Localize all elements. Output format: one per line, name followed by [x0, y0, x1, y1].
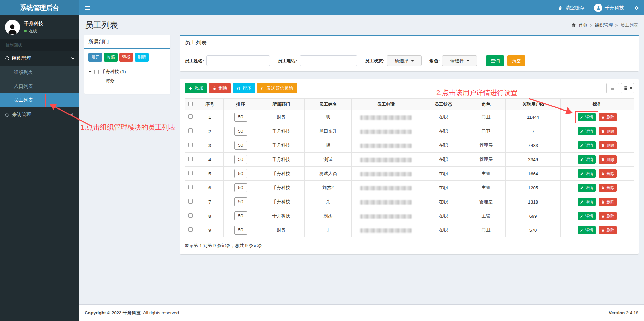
sort-order-input[interactable]: 50 — [234, 113, 247, 122]
list-view-button[interactable] — [606, 83, 619, 93]
sort-order-input[interactable]: 50 — [234, 155, 247, 164]
row-checkbox[interactable] — [188, 157, 193, 161]
cell-department: 千舟科技 — [258, 167, 305, 181]
detail-button[interactable]: 详情 — [578, 155, 596, 164]
tree-refresh-button[interactable]: 刷新 — [135, 53, 149, 62]
sidebar-item-org-list[interactable]: 组织列表 — [0, 66, 79, 80]
row-delete-button[interactable]: 删除 — [599, 155, 617, 164]
detail-button[interactable]: 详情 — [578, 141, 596, 149]
cell-employee-name: 测试 — [305, 153, 352, 167]
tree-node-child[interactable]: 财务 — [88, 76, 166, 85]
breadcrumb-org[interactable]: 组织管理 — [595, 22, 613, 28]
row-delete-button[interactable]: 删除 — [599, 212, 617, 220]
row-delete-button[interactable]: 删除 — [599, 226, 617, 234]
sort-order-input[interactable]: 50 — [234, 226, 247, 235]
sort-order-input[interactable]: 50 — [234, 183, 247, 192]
user-menu[interactable]: 千舟科技 — [589, 0, 629, 15]
employee-phone-input[interactable] — [300, 55, 357, 66]
sort-order-input[interactable]: 50 — [234, 127, 247, 136]
sidebar: 千舟科技 在线 控制面板 组织管理 组织列表 入口列表 员工列表 来访管理 — [0, 15, 79, 321]
row-checkbox[interactable] — [188, 227, 193, 232]
breadcrumb-home[interactable]: 首页 — [579, 22, 588, 28]
cell-linked-user-id: 699 — [506, 209, 561, 223]
trash-icon — [601, 214, 605, 218]
settings-button[interactable] — [629, 0, 644, 15]
cell-department: 千舟科技 — [258, 195, 305, 209]
breadcrumb: 首页 > 组织管理 > 员工列表 — [571, 22, 638, 28]
tree-find-button[interactable]: 查找 — [119, 53, 133, 62]
cell-role: 门卫 — [466, 223, 506, 237]
employee-name-input[interactable] — [206, 55, 270, 66]
cell-no: 6 — [196, 181, 224, 195]
row-delete-button[interactable]: 删除 — [599, 113, 617, 121]
sidebar-item-visitor-management[interactable]: 来访管理 — [0, 107, 79, 122]
cell-no: 7 — [196, 195, 224, 209]
sidebar-item-entry-list[interactable]: 入口列表 — [0, 80, 79, 93]
row-checkbox[interactable] — [188, 114, 193, 119]
columns-dropdown-button[interactable] — [621, 83, 634, 93]
caret-down-icon[interactable] — [88, 71, 92, 73]
detail-button[interactable]: 详情 — [578, 127, 596, 135]
role-select[interactable]: 请选择 — [442, 55, 477, 66]
detail-button[interactable]: 详情 — [578, 169, 596, 178]
caret-down-icon — [630, 87, 632, 89]
cell-no: 2 — [196, 124, 224, 138]
send-sms-invite-button[interactable]: 发送短信邀请 — [257, 83, 297, 93]
trash-icon — [601, 158, 605, 162]
edit-icon — [580, 144, 584, 147]
row-checkbox[interactable] — [188, 185, 193, 189]
cell-status: 在职 — [420, 153, 466, 167]
row-delete-button[interactable]: 删除 — [599, 184, 617, 192]
add-button[interactable]: 添加 — [185, 83, 207, 93]
detail-button[interactable]: 详情 — [578, 113, 596, 121]
role-label: 角色: — [429, 58, 440, 64]
cell-role: 主管 — [466, 167, 506, 181]
sort-order-input[interactable]: 50 — [234, 211, 247, 220]
sidebar-item-org-management[interactable]: 组织管理 — [0, 51, 79, 66]
trash-icon — [212, 86, 217, 91]
detail-button[interactable]: 详情 — [578, 184, 596, 192]
row-checkbox[interactable] — [188, 143, 193, 147]
cell-employee-name: 丁 — [305, 223, 352, 237]
cell-no: 1 — [196, 110, 224, 124]
select-all-checkbox[interactable] — [188, 102, 193, 106]
employee-status-select[interactable]: 请选择 — [387, 55, 422, 66]
delete-button[interactable]: 删除 — [209, 83, 231, 93]
tree-child-checkbox[interactable] — [99, 79, 103, 83]
employee-table: 序号 排序 所属部门 员工姓名 员工电话 员工状态 角色 关联用户id 操作 1 — [185, 98, 634, 237]
row-delete-button[interactable]: 删除 — [599, 169, 617, 178]
clear-button[interactable]: 清空 — [507, 55, 525, 66]
sidebar-item-employee-list[interactable]: 员工列表 — [0, 93, 79, 107]
sort-order-input[interactable]: 50 — [234, 197, 247, 206]
row-checkbox[interactable] — [188, 199, 193, 204]
cell-linked-user-id: 1205 — [506, 181, 561, 195]
sort-button[interactable]: 排序 — [233, 83, 255, 93]
tree-root-checkbox[interactable] — [94, 70, 99, 74]
row-delete-button[interactable]: 删除 — [599, 141, 617, 149]
row-delete-button[interactable]: 删除 — [599, 127, 617, 135]
chevron-down-icon — [71, 56, 75, 60]
main-footer: Copyright © 2022 千舟科技. All rights reserv… — [79, 304, 644, 321]
detail-button[interactable]: 详情 — [578, 226, 596, 234]
detail-button[interactable]: 详情 — [578, 212, 596, 220]
table-header-row: 序号 排序 所属部门 员工姓名 员工电话 员工状态 角色 关联用户id 操作 — [185, 99, 634, 110]
query-button[interactable]: 查询 — [486, 55, 504, 66]
row-delete-button[interactable]: 删除 — [599, 198, 617, 206]
col-header-name: 员工姓名 — [305, 99, 352, 110]
tree-expand-button[interactable]: 展开 — [88, 53, 102, 62]
collapse-button[interactable]: − — [631, 40, 634, 46]
edit-icon — [580, 200, 584, 204]
row-checkbox[interactable] — [188, 171, 193, 175]
sidebar-toggle-button[interactable] — [79, 0, 96, 15]
sort-order-input[interactable]: 50 — [234, 141, 247, 150]
row-checkbox[interactable] — [188, 128, 193, 133]
breadcrumb-separator: > — [590, 23, 593, 28]
row-checkbox[interactable] — [188, 213, 193, 218]
trash-icon — [601, 172, 605, 176]
clear-cache-button[interactable]: 清空缓存 — [553, 0, 589, 15]
tree-collapse-button[interactable]: 收缩 — [104, 53, 118, 62]
sort-order-input[interactable]: 50 — [234, 169, 247, 178]
tree-node-root[interactable]: 千舟科技 (1) — [88, 67, 166, 76]
app-logo[interactable]: 系统管理后台 — [0, 0, 79, 15]
detail-button[interactable]: 详情 — [578, 198, 596, 206]
